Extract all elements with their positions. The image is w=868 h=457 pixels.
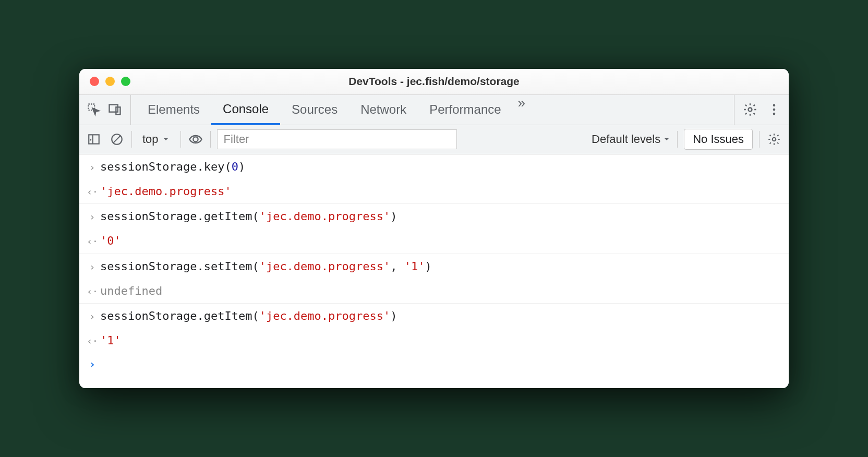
svg-point-5 xyxy=(773,109,776,111)
input-chevron-icon: › xyxy=(85,160,100,175)
console-input-line: ›sessionStorage.getItem('jec.demo.progre… xyxy=(79,304,789,328)
device-toolbar-icon[interactable] xyxy=(106,101,123,118)
code-text: sessionStorage.key(0) xyxy=(100,158,245,176)
input-chevron-icon: › xyxy=(85,210,100,225)
svg-point-3 xyxy=(749,108,752,112)
close-window-button[interactable] xyxy=(90,77,99,86)
console-input-line: ›sessionStorage.getItem('jec.demo.progre… xyxy=(79,204,789,228)
svg-line-10 xyxy=(114,136,120,143)
prompt-chevron-icon: › xyxy=(85,356,100,372)
more-tabs-button[interactable]: » xyxy=(513,95,531,125)
code-text: '1' xyxy=(100,331,121,350)
log-levels-select[interactable]: Default levels xyxy=(592,133,671,146)
chevron-down-icon xyxy=(162,135,170,143)
tab-performance[interactable]: Performance xyxy=(418,95,512,125)
kebab-menu-icon[interactable] xyxy=(766,101,782,118)
console-toolbar: top Default levels No Issues xyxy=(79,125,789,154)
chevron-down-icon xyxy=(662,135,671,143)
devtools-window: DevTools - jec.fish/demo/storage Element… xyxy=(79,69,789,389)
filter-input[interactable] xyxy=(217,129,457,149)
console-input-line: ›sessionStorage.setItem('jec.demo.progre… xyxy=(79,254,789,279)
code-text: undefined xyxy=(100,282,162,300)
output-chevron-icon: ‹· xyxy=(85,185,100,200)
tab-network[interactable]: Network xyxy=(349,95,418,125)
inspect-element-icon[interactable] xyxy=(86,101,102,118)
input-chevron-icon: › xyxy=(85,309,100,324)
traffic-lights xyxy=(79,77,130,86)
console-output-line: ‹·'1' xyxy=(79,328,789,353)
svg-point-11 xyxy=(193,137,198,142)
tab-elements[interactable]: Elements xyxy=(136,95,211,125)
context-label: top xyxy=(142,133,159,146)
console-output-line: ‹·'0' xyxy=(79,228,789,254)
levels-label: Default levels xyxy=(592,133,660,146)
maximize-window-button[interactable] xyxy=(121,77,130,86)
code-text: sessionStorage.getItem('jec.demo.progres… xyxy=(100,207,397,225)
console-input-line: ›sessionStorage.key(0) xyxy=(79,154,789,179)
output-chevron-icon: ‹· xyxy=(85,334,100,349)
output-chevron-icon: ‹· xyxy=(85,284,100,299)
tab-console[interactable]: Console xyxy=(211,95,280,125)
issues-button[interactable]: No Issues xyxy=(684,129,753,150)
console-output: ›sessionStorage.key(0)‹·'jec.demo.progre… xyxy=(79,154,789,389)
svg-point-6 xyxy=(773,113,776,115)
svg-point-12 xyxy=(773,138,776,141)
code-text: '0' xyxy=(100,232,121,250)
live-expression-icon[interactable] xyxy=(187,131,204,148)
titlebar: DevTools - jec.fish/demo/storage xyxy=(79,69,789,95)
code-text: sessionStorage.getItem('jec.demo.progres… xyxy=(100,307,397,325)
code-text: 'jec.demo.progress' xyxy=(100,182,232,200)
toggle-sidebar-icon[interactable] xyxy=(86,131,102,148)
clear-console-icon[interactable] xyxy=(108,131,125,148)
svg-point-4 xyxy=(773,104,776,107)
main-tabbar: Elements Console Sources Network Perform… xyxy=(79,95,789,125)
console-prompt-line[interactable]: › xyxy=(79,353,789,376)
console-settings-icon[interactable] xyxy=(766,131,782,148)
input-chevron-icon: › xyxy=(85,260,100,275)
minimize-window-button[interactable] xyxy=(105,77,115,86)
tab-sources[interactable]: Sources xyxy=(280,95,349,125)
code-text: sessionStorage.setItem('jec.demo.progres… xyxy=(100,257,432,275)
console-output-line: ‹·undefined xyxy=(79,279,789,304)
execution-context-select[interactable]: top xyxy=(138,130,174,148)
window-title: DevTools - jec.fish/demo/storage xyxy=(348,75,520,88)
console-output-line: ‹·'jec.demo.progress' xyxy=(79,179,789,204)
output-chevron-icon: ‹· xyxy=(85,234,100,249)
settings-icon[interactable] xyxy=(742,101,758,118)
